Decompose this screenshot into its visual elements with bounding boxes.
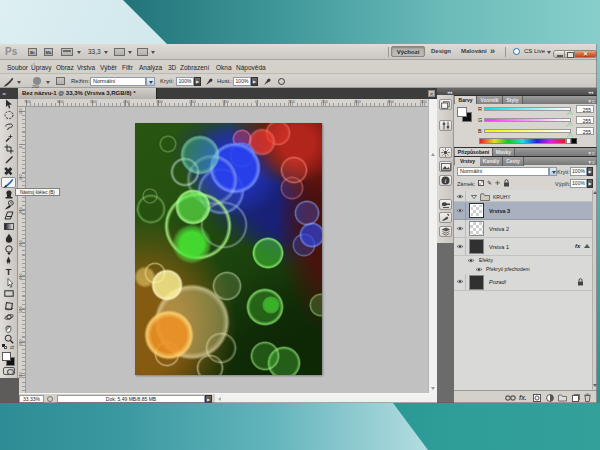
svg-text:i: i [445, 177, 447, 184]
